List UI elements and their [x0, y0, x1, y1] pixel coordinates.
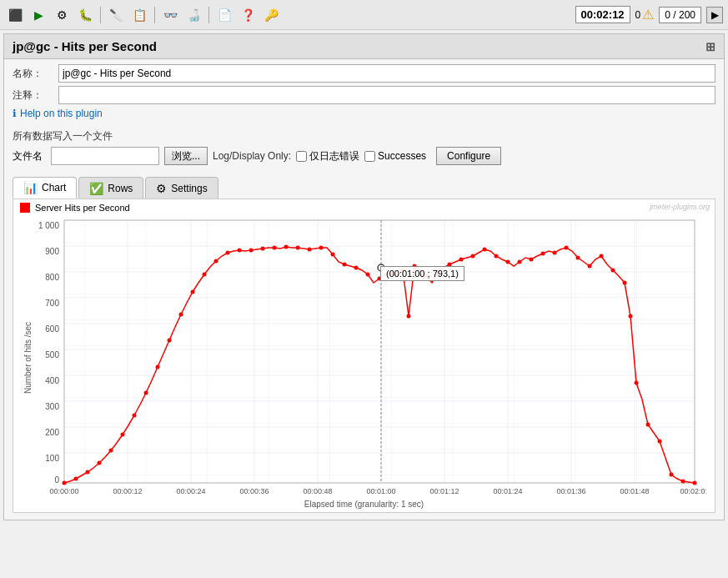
expand-icon[interactable]: ⊞ [705, 40, 715, 53]
svg-point-47 [249, 249, 253, 253]
svg-point-87 [692, 481, 696, 485]
chart-tab-label: Chart [42, 182, 66, 194]
key-icon[interactable]: 🔑 [261, 5, 281, 25]
svg-point-59 [389, 271, 393, 275]
warning-count: 0 [635, 9, 641, 21]
svg-point-34 [97, 461, 101, 465]
help-row: ℹ Help on this plugin [13, 108, 715, 119]
svg-text:00:00:48: 00:00:48 [303, 487, 332, 495]
comment-input[interactable] [58, 86, 715, 104]
tab-rows[interactable]: ✅ Rows [78, 177, 143, 199]
chart-legend: Server Hits per Second [13, 199, 715, 216]
remote-icon[interactable]: ⚙ [52, 5, 72, 25]
glasses-icon[interactable]: 👓 [160, 5, 180, 25]
svg-point-77 [587, 264, 591, 269]
svg-text:00:01:24: 00:01:24 [493, 487, 522, 495]
svg-point-52 [307, 248, 311, 252]
svg-point-75 [564, 246, 568, 250]
svg-text:00:00:00: 00:00:00 [49, 487, 78, 495]
separator [100, 7, 101, 23]
elapsed-time: 00:02:12 [575, 6, 630, 23]
svg-text:00:00:12: 00:00:12 [113, 487, 142, 495]
svg-point-54 [330, 253, 334, 257]
svg-text:600: 600 [45, 324, 59, 334]
svg-text:0: 0 [54, 475, 59, 485]
legend-label: Server Hits per Second [35, 203, 130, 213]
log-display-section: Log/Display Only: 仅日志错误 Successes Config… [213, 147, 501, 165]
list-icon[interactable]: 📄 [214, 5, 234, 25]
counter-display: 0 / 200 [659, 7, 701, 23]
svg-text:00:01:36: 00:01:36 [556, 487, 585, 495]
svg-text:00:00:36: 00:00:36 [239, 487, 269, 495]
svg-point-37 [132, 414, 136, 418]
svg-text:900: 900 [45, 247, 59, 256]
settings-tab-label: Settings [171, 183, 207, 194]
main-panel: jp@gc - Hits per Second ⊞ 名称： 注释： ℹ Help… [3, 33, 725, 520]
chart-tab-icon: 📊 [23, 181, 38, 194]
successes-checkbox-label[interactable]: Successes [364, 150, 426, 162]
tab-settings[interactable]: ⚙ Settings [145, 177, 218, 199]
svg-text:00:01:48: 00:01:48 [620, 487, 649, 495]
svg-point-65 [447, 263, 451, 267]
svg-text:100: 100 [45, 454, 59, 463]
form-section: 名称： 注释： ℹ Help on this plugin [4, 59, 724, 128]
svg-point-45 [225, 251, 229, 255]
svg-point-83 [645, 423, 650, 427]
svg-point-84 [657, 440, 661, 444]
nav-arrow[interactable]: ▶ [706, 7, 723, 23]
svg-point-49 [272, 246, 276, 250]
svg-text:00:02:01: 00:02:01 [680, 487, 706, 495]
warning-badge: 0 ⚠ [635, 7, 655, 23]
log-display-label: Log/Display Only: [213, 150, 291, 162]
svg-point-62 [412, 264, 416, 269]
svg-text:400: 400 [45, 376, 59, 385]
chart-svg: 1 000 900 800 700 600 500 400 300 200 10… [23, 216, 706, 500]
svg-point-53 [319, 246, 323, 250]
blade-icon[interactable]: 🔪 [106, 5, 126, 25]
svg-point-70 [505, 260, 510, 264]
svg-point-66 [459, 258, 463, 262]
bottle-icon[interactable]: 🍶 [183, 5, 203, 25]
info-icon: ℹ [13, 108, 17, 119]
svg-point-36 [120, 433, 124, 437]
svg-point-38 [143, 391, 148, 395]
help-link[interactable]: Help on this plugin [20, 108, 103, 119]
file-section: 所有数据写入一个文件 文件名 浏览... Log/Display Only: 仅… [4, 128, 724, 173]
file-input[interactable] [51, 147, 159, 165]
svg-text:00:01:12: 00:01:12 [429, 487, 459, 495]
name-label: 名称： [13, 67, 58, 81]
chart-svg-wrapper: 1 000 900 800 700 600 500 400 300 200 10… [13, 216, 715, 500]
successes-label: Successes [378, 150, 426, 162]
svg-text:300: 300 [45, 402, 59, 411]
svg-point-35 [108, 449, 113, 453]
log-icon[interactable]: 📋 [129, 5, 149, 25]
debug-icon[interactable]: 🐛 [75, 5, 95, 25]
stop-icon[interactable]: ⬛ [5, 5, 25, 25]
y-axis-title: Number of hits /sec [23, 322, 33, 394]
svg-point-68 [482, 248, 486, 252]
x-axis-label: Elapsed time (granularity: 1 sec) [13, 500, 715, 512]
file-row: 文件名 浏览... Log/Display Only: 仅日志错误 Succes… [13, 147, 715, 165]
tab-chart[interactable]: 📊 Chart [13, 177, 77, 199]
toolbar: ⬛ ▶ ⚙ 🐛 🔪 📋 👓 🍶 📄 ❓ 🔑 00:02:12 0 ⚠ 0 / 2… [0, 0, 728, 30]
play-icon[interactable]: ▶ [28, 5, 48, 25]
successes-checkbox[interactable] [364, 151, 375, 162]
comment-label: 注释： [13, 88, 58, 103]
svg-point-71 [517, 260, 521, 264]
name-row: 名称： [13, 64, 715, 83]
help-icon[interactable]: ❓ [238, 5, 258, 25]
svg-point-44 [213, 259, 218, 264]
svg-text:500: 500 [45, 350, 59, 359]
svg-point-32 [73, 477, 78, 481]
svg-point-67 [470, 254, 474, 259]
browse-button[interactable]: 浏览... [164, 147, 208, 165]
configure-button[interactable]: Configure [436, 147, 501, 165]
warning-icon: ⚠ [642, 7, 654, 23]
errors-checkbox[interactable] [296, 151, 307, 162]
svg-point-80 [622, 281, 626, 285]
name-input[interactable] [58, 64, 715, 83]
errors-checkbox-label[interactable]: 仅日志错误 [296, 149, 359, 163]
separator3 [208, 7, 209, 23]
svg-text:1 000: 1 000 [38, 221, 58, 230]
svg-point-86 [680, 480, 685, 484]
